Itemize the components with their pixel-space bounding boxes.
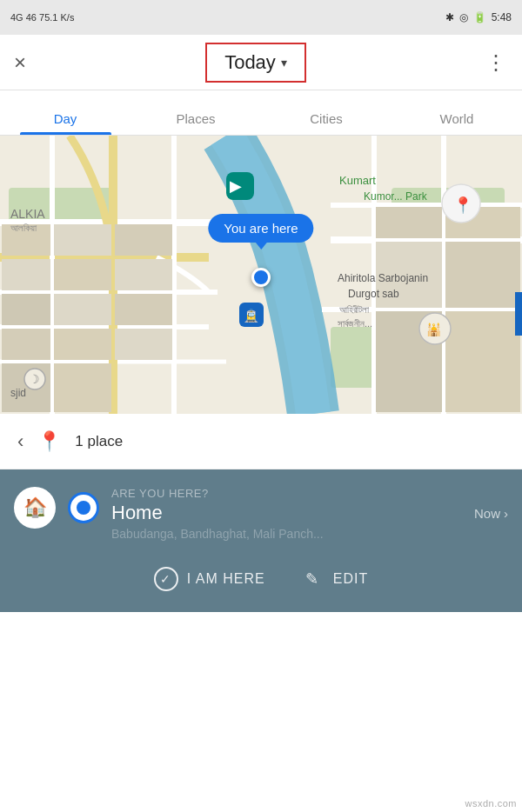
action-row: ✓ I AM HERE ✎ EDIT: [14, 549, 508, 612]
status-bar-right: ✱ ◎ 🔋 5:48: [445, 11, 512, 23]
close-button[interactable]: ×: [14, 50, 26, 75]
check-circle-icon: ✓: [154, 567, 178, 591]
svg-rect-27: [2, 329, 50, 360]
map-view[interactable]: ALKIA আলকিয়া ☽ 🚊 ▶ 📍 🕌 Kumart Kumor... …: [0, 136, 522, 414]
svg-rect-19: [54, 259, 111, 290]
location-dot-indicator: [68, 492, 99, 523]
svg-rect-31: [54, 363, 111, 412]
tab-places[interactable]: Places: [130, 90, 261, 135]
i-am-here-button[interactable]: ✓ I AM HERE: [154, 567, 265, 591]
location-card: 🏠 ARE YOU HERE? Home Now › Babudanga, Ba…: [0, 469, 522, 612]
tab-cities[interactable]: Cities: [261, 90, 392, 135]
watermark: wsxdn.com: [465, 798, 517, 809]
pin-icon: 📍: [37, 430, 61, 453]
signal-info: 4G 46 75.1 K/s: [10, 12, 74, 23]
svg-text:Durgot sab: Durgot sab: [348, 288, 399, 300]
dot-inner: [77, 501, 90, 515]
battery-icon: 🔋: [473, 11, 486, 23]
svg-rect-28: [54, 329, 111, 360]
home-icon: 🏠: [23, 496, 47, 519]
edit-button[interactable]: ✎ EDIT: [300, 567, 368, 591]
svg-rect-37: [445, 311, 520, 412]
svg-text:☽: ☽: [29, 372, 40, 386]
svg-text:▶: ▶: [230, 177, 242, 195]
current-location-dot: [251, 268, 271, 287]
edit-icon: ✎: [300, 567, 325, 591]
svg-rect-23: [115, 294, 172, 325]
svg-rect-22: [115, 259, 172, 290]
svg-rect-26: [2, 294, 50, 325]
dropdown-arrow-icon: ▾: [281, 56, 287, 70]
bluetooth-icon: ✱: [445, 11, 454, 23]
card-main-row: 🏠 ARE YOU HERE? Home Now › Babudanga, Ba…: [14, 487, 508, 541]
svg-rect-29: [115, 329, 172, 360]
svg-text:ALKIA: ALKIA: [10, 207, 45, 221]
svg-text:Kumart: Kumart: [339, 174, 376, 187]
svg-text:sjid: sjid: [10, 387, 26, 399]
svg-rect-21: [115, 224, 172, 256]
place-name: Home: [111, 502, 163, 524]
more-options-button[interactable]: ⋮: [485, 50, 508, 75]
svg-text:সার্বজনীন...: সার্বজনীন...: [338, 318, 372, 329]
place-name-row: Home Now ›: [111, 502, 508, 524]
chevron-right-icon: ›: [504, 506, 508, 521]
svg-text:🚊: 🚊: [244, 309, 259, 323]
svg-text:আহিরীটলা: আহিরীটলা: [339, 304, 370, 315]
back-button[interactable]: ‹: [17, 430, 23, 453]
svg-text:আলকিয়া: আলকিয়া: [10, 223, 37, 233]
place-count-bar: ‹ 📍 1 place: [0, 414, 522, 469]
time-display: 5:48: [492, 11, 512, 23]
svg-text:🕌: 🕌: [426, 323, 442, 337]
svg-text:Kumor... Park: Kumor... Park: [364, 190, 428, 203]
svg-text:📍: 📍: [453, 196, 473, 215]
place-count-text: 1 place: [75, 433, 123, 450]
you-are-here-bubble: You are here: [208, 214, 313, 243]
tabs-bar: Day Places Cities World: [0, 90, 522, 136]
home-icon-circle: 🏠: [14, 487, 56, 529]
now-label[interactable]: Now ›: [474, 506, 508, 521]
edit-label: EDIT: [333, 571, 368, 587]
svg-rect-25: [2, 259, 50, 290]
svg-text:Ahiritola Sarbojanin: Ahiritola Sarbojanin: [338, 272, 428, 284]
svg-rect-32: [376, 207, 442, 238]
today-label: Today: [224, 51, 276, 74]
location-icon: ◎: [459, 11, 468, 23]
svg-rect-57: [515, 292, 522, 336]
are-you-here-label: ARE YOU HERE?: [111, 487, 508, 500]
date-selector[interactable]: Today ▾: [205, 43, 306, 83]
status-bar-left: 4G 46 75.1 K/s: [10, 12, 74, 23]
tab-day[interactable]: Day: [0, 90, 130, 135]
svg-rect-20: [54, 294, 111, 325]
tab-world[interactable]: World: [392, 90, 522, 135]
top-bar: × Today ▾ ⋮: [0, 35, 522, 90]
card-info: ARE YOU HERE? Home Now › Babudanga, Band…: [111, 487, 508, 541]
i-am-here-label: I AM HERE: [187, 571, 265, 587]
place-address: Babudanga, Bandhaghat, Mali Panch...: [111, 527, 508, 541]
status-bar: 4G 46 75.1 K/s ✱ ◎ 🔋 5:48: [0, 0, 522, 35]
svg-rect-35: [445, 242, 520, 308]
svg-rect-18: [54, 224, 111, 256]
